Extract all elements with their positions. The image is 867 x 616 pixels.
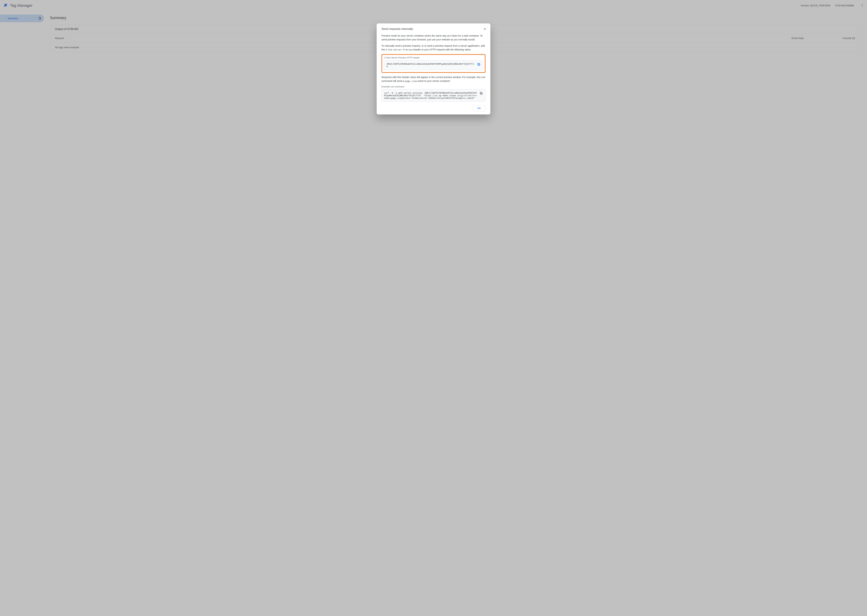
header-value-box: ZW52LTQ0fEZ3RXB6aHZtb2cwNUw3eGdub05WYUF8… <box>384 60 483 70</box>
header-value-label: X-Gtm-Server-Preview HTTP header <box>384 57 483 59</box>
dialog-paragraph-2: To manually send a preview request, or t… <box>382 44 485 52</box>
send-requests-dialog: Send requests manually Preview mode for … <box>377 24 490 115</box>
copy-curl-button[interactable] <box>478 91 484 96</box>
svg-rect-7 <box>477 63 479 65</box>
header-value-text[interactable]: ZW52LTQ0fEZ3RXB6aHZtb2cwNUw3eGdub05WYUF8… <box>386 63 474 68</box>
svg-rect-9 <box>480 92 482 94</box>
copy-icon <box>479 91 483 96</box>
curl-text[interactable]: curl -H 'x-gtm-server-preview: ZW52LTQ0f… <box>384 91 477 99</box>
curl-box: curl -H 'x-gtm-server-preview: ZW52LTQ0f… <box>382 89 485 102</box>
curl-label: Example curl command <box>382 85 485 88</box>
close-button[interactable] <box>482 27 488 32</box>
close-icon <box>483 27 486 31</box>
copy-header-button[interactable] <box>476 62 482 68</box>
header-value-highlight: X-Gtm-Server-Preview HTTP header ZW52LTQ… <box>382 54 485 73</box>
dialog-paragraph-1: Preview mode for your server container w… <box>382 34 485 41</box>
dialog-paragraph-3: Requests with this header value will app… <box>382 75 485 83</box>
ok-button[interactable]: OK <box>473 105 485 112</box>
svg-rect-8 <box>481 93 482 94</box>
svg-rect-6 <box>478 64 480 66</box>
copy-icon <box>477 63 481 67</box>
dialog-title: Send requests manually <box>382 27 485 31</box>
